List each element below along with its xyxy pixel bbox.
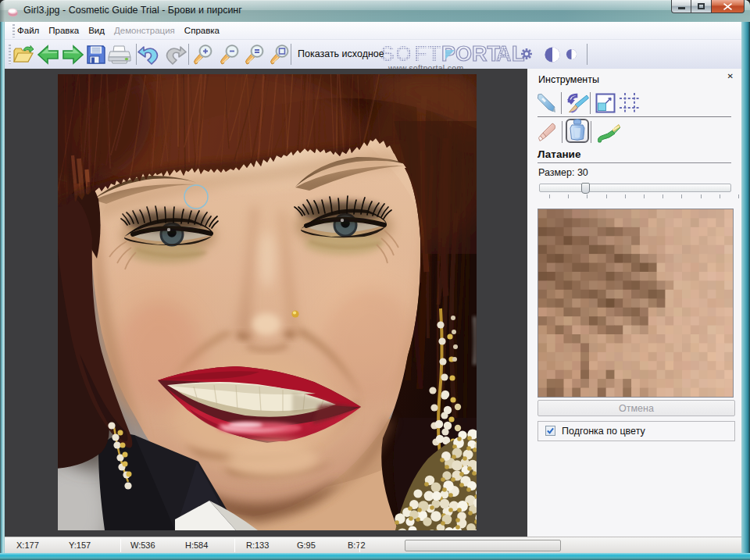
svg-text:FT: FT	[414, 42, 441, 66]
svg-text:A: A	[496, 42, 512, 66]
svg-text:SO: SO	[380, 42, 412, 66]
